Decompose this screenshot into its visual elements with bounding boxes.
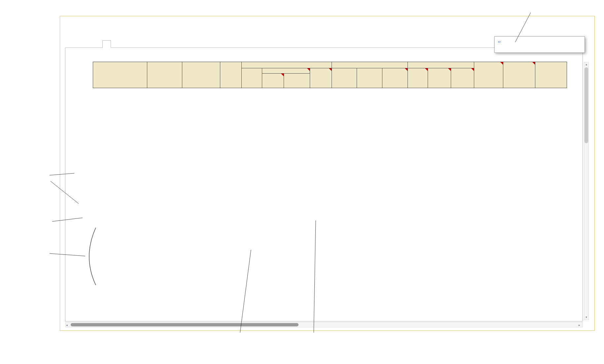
col-header-total-deficit xyxy=(451,68,474,88)
scroll-left-icon[interactable]: ◂ xyxy=(66,323,68,327)
col-header-term xyxy=(182,62,220,88)
col-header-to-provide xyxy=(503,62,535,88)
screenshot-root: ▴ ▾ ◂ ▸ xyxy=(0,0,604,364)
col-header-total-rest xyxy=(408,68,428,88)
col-group-plantings xyxy=(242,62,332,68)
scroll-right-icon[interactable]: ▸ xyxy=(579,323,580,327)
col-header-reserve-total xyxy=(262,74,284,88)
scroll-up-icon[interactable]: ▴ xyxy=(584,63,589,66)
col-header-free-rest xyxy=(535,62,567,88)
col-header-ordered xyxy=(220,62,242,88)
h-scroll-thumb[interactable] xyxy=(71,323,299,326)
col-header-characteristic xyxy=(147,62,182,88)
provision-table xyxy=(93,62,567,94)
popup-open-correction-link[interactable] xyxy=(499,42,500,42)
col-header-total-reserve xyxy=(428,68,451,88)
col-header-stock-reserve xyxy=(357,68,382,88)
reserve-popup xyxy=(494,36,585,53)
scroll-down-icon[interactable]: ▾ xyxy=(584,315,589,319)
col-header-provided xyxy=(474,62,503,88)
col-header-plant-deficit xyxy=(310,68,332,88)
col-group-stock xyxy=(332,62,408,68)
col-header-stock-rest xyxy=(332,68,357,88)
v-scroll-thumb[interactable] xyxy=(585,67,588,143)
col-header-stock-deficit xyxy=(382,68,408,88)
col-group-total xyxy=(408,62,474,68)
col-header-culture xyxy=(93,62,147,88)
col-group-plant-reserve xyxy=(262,68,310,74)
col-header-reserve-own xyxy=(284,74,310,88)
col-header-plant-rest xyxy=(242,68,262,88)
tab-provision[interactable] xyxy=(102,40,111,48)
